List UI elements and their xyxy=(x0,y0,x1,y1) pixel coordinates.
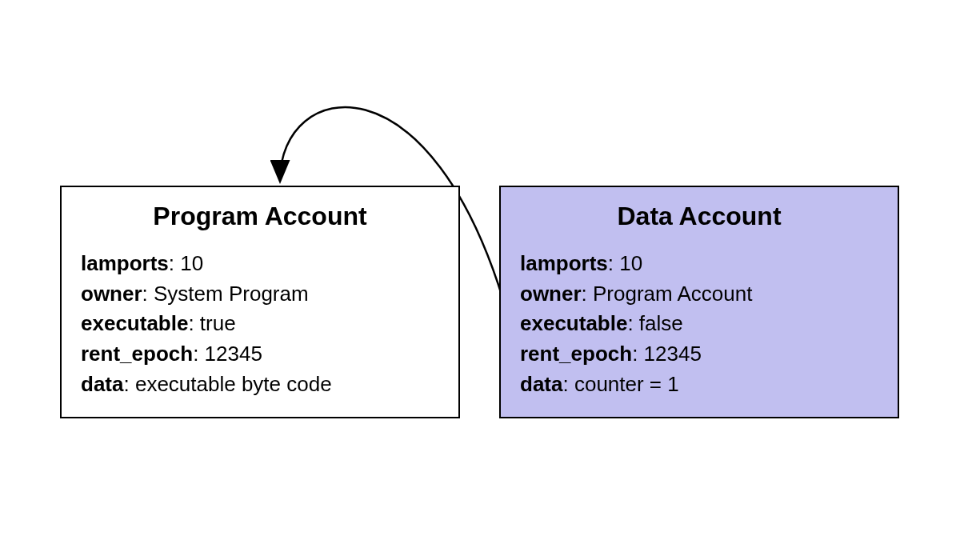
data-data-field: data: counter = 1 xyxy=(520,370,878,400)
data-owner-field: owner: Program Account xyxy=(520,279,878,310)
field-key: owner xyxy=(520,282,582,306)
field-value: System Program xyxy=(154,282,309,306)
field-value: false xyxy=(639,311,683,335)
field-key: rent_epoch xyxy=(520,342,632,366)
program-rent-epoch-field: rent_epoch: 12345 xyxy=(81,339,439,370)
data-account-title: Data Account xyxy=(520,202,878,231)
field-key: data xyxy=(520,372,562,396)
field-key: lamports xyxy=(520,251,608,275)
field-key: rent_epoch xyxy=(81,342,193,366)
field-value: 12345 xyxy=(644,342,702,366)
field-key: executable xyxy=(520,311,627,335)
data-rent-epoch-field: rent_epoch: 12345 xyxy=(520,339,878,370)
data-lamports-field: lamports: 10 xyxy=(520,249,878,279)
field-key: lamports xyxy=(81,251,169,275)
field-value: Program Account xyxy=(593,282,752,306)
field-key: executable xyxy=(81,311,188,335)
field-value: 10 xyxy=(180,251,203,275)
field-value: counter = 1 xyxy=(574,372,679,396)
program-lamports-field: lamports: 10 xyxy=(81,249,439,279)
data-account-box: Data Account lamports: 10 owner: Program… xyxy=(499,186,899,418)
field-value: executable byte code xyxy=(135,372,332,396)
program-owner-field: owner: System Program xyxy=(81,279,439,310)
field-value: 10 xyxy=(619,251,642,275)
field-value: true xyxy=(200,311,236,335)
data-executable-field: executable: false xyxy=(520,309,878,339)
program-data-field: data: executable byte code xyxy=(81,370,439,400)
field-key: data xyxy=(81,372,123,396)
program-account-title: Program Account xyxy=(81,202,439,231)
field-value: 12345 xyxy=(205,342,262,366)
program-account-box: Program Account lamports: 10 owner: Syst… xyxy=(60,186,460,418)
field-key: owner xyxy=(81,282,142,306)
program-executable-field: executable: true xyxy=(81,309,439,339)
